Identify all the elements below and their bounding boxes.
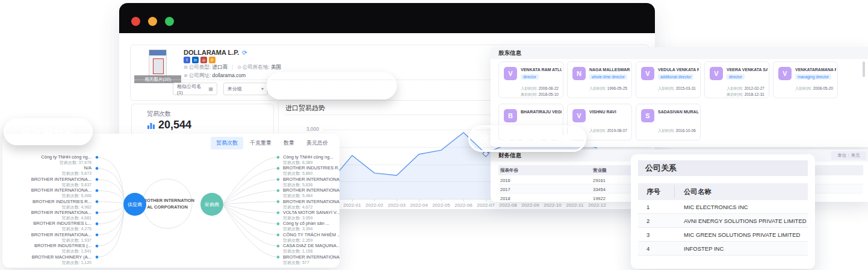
group-select[interactable]: 未分组▾ xyxy=(223,83,268,95)
shareholder-name: SADASIVAN MURALIKR... xyxy=(658,110,699,114)
partner-trade-count: 贸易次数: 1,937 xyxy=(62,238,92,243)
partner-name: BROTHER INDUSTRIES L... xyxy=(33,221,91,226)
company-name: DOLLARAMA L.P. xyxy=(184,49,239,56)
partner-name: BROTHER MACHINERY (A... xyxy=(32,254,91,260)
center-company-node[interactable] xyxy=(143,179,192,228)
edge-line xyxy=(97,204,125,213)
trade-count-label: 贸易次数 xyxy=(147,110,171,118)
partner-trade-count: 贸易次数: 5,873 xyxy=(62,171,92,176)
node-dot xyxy=(277,234,280,237)
partner-trade-count: 贸易次数: 4,672 xyxy=(283,205,313,210)
chevron-down-icon: ▾ xyxy=(261,86,264,92)
x-tick-label: 2022-02 xyxy=(362,202,386,208)
partner-name: BROTHER INTERNATIONA... xyxy=(31,232,91,237)
linkedin-icon[interactable]: in xyxy=(192,57,199,63)
relation-company-name: INFOSTEP INC xyxy=(684,245,724,252)
scrollbar[interactable] xyxy=(863,61,865,77)
y-tick-label: 3,000 xyxy=(295,126,319,132)
company-website-row: ⊕公司网址: dollarama.com xyxy=(184,72,246,80)
x-tick-label: 2022-08 xyxy=(496,202,520,208)
website-label: 公司网址: xyxy=(189,72,212,78)
center-company-name: BROTHER INTERNATION xyxy=(140,198,194,203)
role-badge: managing director xyxy=(795,74,831,80)
partner-name: BROTHER INTERNATIONA... xyxy=(31,187,91,193)
group-select-value: 未分组 xyxy=(228,86,242,92)
node-dot xyxy=(277,200,280,203)
minimize-button[interactable] xyxy=(148,17,157,26)
partner-name: BROTHER INTERNATIONA... xyxy=(31,210,91,215)
x-tick-label: 2022-12 xyxy=(585,202,609,208)
x-tick-label: 2022-06 xyxy=(451,202,476,208)
partner-trade-count: 贸易次数: 1,158 xyxy=(283,249,313,254)
shareholder-name: VENKATA RAM ATLURI xyxy=(521,68,562,72)
x-tick xyxy=(374,199,375,201)
trade-count-value-row: 20,544 xyxy=(147,119,191,131)
supplier-node-label: 供应商 xyxy=(128,202,142,207)
shareholders-panel-title: 股东信息 xyxy=(491,47,868,59)
partner-name: N/A xyxy=(84,165,91,171)
shareholder-card: VVENKATARAMANA MAG...managing director入职… xyxy=(773,61,838,98)
avatar: N xyxy=(572,67,586,80)
edge-line xyxy=(223,180,278,204)
join-date: 入职时间: 1996-05-25 xyxy=(589,86,627,92)
edge-line xyxy=(223,157,278,204)
fiscal-year: 2018 xyxy=(500,196,510,201)
instagram-icon[interactable]: ◎ xyxy=(200,57,207,63)
partner-trade-count: 贸易次数: 3,394 xyxy=(283,227,313,231)
partner-trade-count: 贸易次数: 37,678 xyxy=(60,160,91,165)
refresh-icon[interactable]: ⟳ xyxy=(242,49,247,56)
product-image[interactable]: 相关图片(20) xyxy=(134,49,181,83)
partner-name: CÔNG TY TRÁCH NHIỆM ... xyxy=(283,232,339,237)
relations-col-name: 公司名称 xyxy=(684,187,711,196)
node-dot xyxy=(277,167,280,170)
partner-trade-count: 贸易次数: 1,541 xyxy=(62,249,92,254)
company-name-row: DOLLARAMA L.P.⟳ xyxy=(184,49,247,56)
node-dot xyxy=(96,245,99,248)
callout-supply-chain: 供应链分析 xyxy=(4,118,93,145)
relation-row: 2AVNI ENERGY SOLUTIONS PRIVATE LIMITED xyxy=(638,214,808,228)
x-tick xyxy=(441,199,442,201)
node-dot xyxy=(96,178,99,181)
x-tick xyxy=(419,199,420,201)
node-dot xyxy=(96,256,99,259)
edge-line xyxy=(97,190,125,204)
similar-company-select[interactable]: 相似公司名(1)▦ xyxy=(173,83,217,95)
node-dot xyxy=(96,212,99,215)
node-dot xyxy=(277,256,280,259)
page: 相关图片(20) DOLLARAMA L.P.⟳ fin◎✆ ⊞公司类型: 进口… xyxy=(0,0,868,270)
partner-name: BROTHER INDUSTRIES R... xyxy=(33,199,91,204)
close-button[interactable] xyxy=(131,17,140,26)
relation-company-name: AVNI ENERGY SOLUTIONS PRIVATE LIMITED xyxy=(684,218,807,224)
trade-count-value: 20,544 xyxy=(158,119,191,131)
location-label: 公司所在地: xyxy=(243,64,271,70)
phone-icon[interactable]: ✆ xyxy=(209,57,215,63)
shareholder-name: VEDULA VENKATA RAM... xyxy=(658,68,699,72)
partner-name: Công ty cổ phần sản ... xyxy=(283,221,329,226)
node-dot xyxy=(96,222,99,225)
edge-line xyxy=(97,168,125,204)
avatar: V xyxy=(710,67,723,80)
bar-chart-icon xyxy=(147,121,155,130)
avatar: V xyxy=(641,67,654,80)
facebook-icon[interactable]: f xyxy=(184,57,190,63)
partner-name: Công ty TNHH công ng... xyxy=(283,154,333,160)
x-tick xyxy=(397,199,397,201)
partner-trade-count: 贸易次数: 8,389 xyxy=(283,160,313,165)
partner-trade-count: 贸易次数: 577 xyxy=(283,260,309,265)
relation-company-name: MIC GREEN SOLUTIONS PRIVATE LIMITED xyxy=(684,231,800,238)
calendar-icon: ▦ xyxy=(208,86,213,92)
role-badge: whole-time director xyxy=(589,74,627,80)
edge-line xyxy=(223,168,278,204)
maximize-button[interactable] xyxy=(165,17,174,26)
supply-chain-panel: 贸易次数千克重量数量美元总价 Công ty TNHH công ng...贸易… xyxy=(2,134,339,268)
x-tick-label: 2022-05 xyxy=(429,202,453,208)
company-website-link[interactable]: dollarama.com xyxy=(212,72,246,78)
join-date: 入职时间: 2008-05-20 xyxy=(795,86,833,92)
product-image-placeholder xyxy=(149,49,167,77)
partner-name: BROTHER INTERNATIONA... xyxy=(283,199,339,204)
company-type-value: 进口商 xyxy=(212,64,228,70)
node-dot xyxy=(96,156,99,159)
fiscal-year: 2017 xyxy=(500,187,510,192)
relations-panel-title: 公司关系 xyxy=(638,160,808,176)
node-dot xyxy=(96,167,99,170)
